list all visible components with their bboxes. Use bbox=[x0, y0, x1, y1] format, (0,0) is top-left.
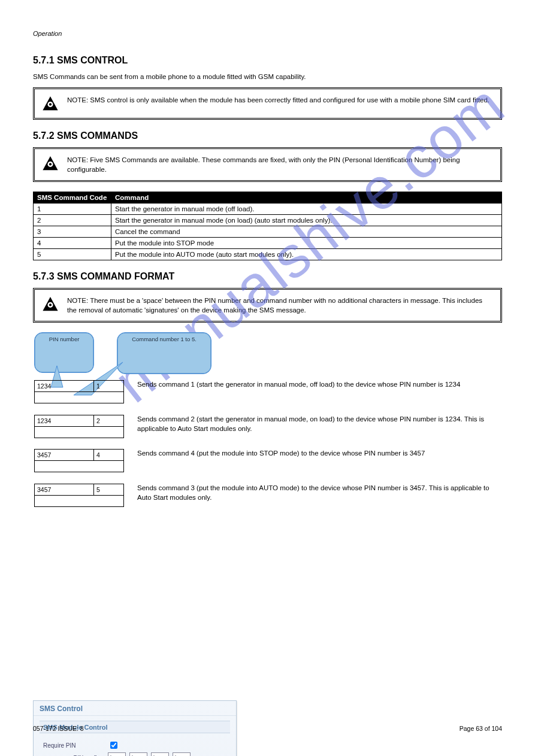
svg-point-8 bbox=[49, 304, 52, 306]
pin-digit-0[interactable]: ▲▼0 bbox=[108, 752, 126, 756]
example-row-1: 12341 bbox=[34, 380, 124, 403]
intro-text: SMS Commands can be sent from a mobile p… bbox=[33, 72, 502, 81]
pin-digit-3[interactable]: ▲▼3 bbox=[173, 752, 191, 756]
example-desc-4: Sends command 3 (put the module into AUT… bbox=[137, 484, 497, 502]
header-left: Operation bbox=[33, 30, 62, 37]
note-box-1: NOTE: SMS control is only available when… bbox=[33, 87, 502, 120]
col-header-command: Command bbox=[111, 192, 502, 204]
table-row: 5Put the module into AUTO mode (auto sta… bbox=[34, 249, 502, 260]
heading-sms-format: 5.7.3 SMS COMMAND FORMAT bbox=[33, 271, 502, 282]
require-pin-label: Require PIN bbox=[43, 742, 103, 749]
example-area: PIN number Command number 1 to 5. 12341 … bbox=[33, 332, 502, 512]
note-box-3: NOTE: There must be a 'space' between th… bbox=[33, 288, 502, 323]
note-box-2: NOTE: Five SMS Commands are available. T… bbox=[33, 147, 502, 182]
example-row-2: 12342 bbox=[34, 415, 124, 438]
table-row: 1Start the generator in manual mode (off… bbox=[34, 204, 502, 215]
warning-icon bbox=[42, 155, 59, 172]
require-pin-checkbox[interactable] bbox=[110, 742, 117, 749]
note-text-1: NOTE: SMS control is only available when… bbox=[67, 95, 489, 105]
example-row-4: 34575 bbox=[34, 484, 124, 507]
example-desc-1: Sends command 1 (start the generator in … bbox=[137, 380, 497, 390]
example-desc-3: Sends command 4 (put the module into STO… bbox=[137, 449, 497, 459]
heading-sms-commands: 5.7.2 SMS COMMANDS bbox=[33, 130, 502, 141]
table-row: 3Cancel the command bbox=[34, 226, 502, 238]
footer-left: 057-172 ISSUE: 8 bbox=[33, 725, 84, 732]
warning-icon bbox=[42, 296, 59, 312]
sms-panel-title: SMS Control bbox=[34, 701, 236, 716]
page-footer: 057-172 ISSUE: 8 Page 63 of 104 bbox=[33, 725, 502, 732]
example-desc-2: Sends command 2 (start the generator in … bbox=[137, 415, 497, 433]
example-row-3: 34574 bbox=[34, 449, 124, 472]
footer-center bbox=[84, 725, 460, 732]
commands-table: SMS Command Code Command 1Start the gene… bbox=[33, 192, 502, 260]
note-text-2: NOTE: Five SMS Commands are available. T… bbox=[67, 155, 493, 174]
note-text-3: NOTE: There must be a 'space' between th… bbox=[67, 296, 493, 315]
heading-sms-control: 5.7.1 SMS CONTROL bbox=[33, 55, 502, 66]
table-row: 2Start the generator in manual mode (on … bbox=[34, 215, 502, 226]
warning-icon bbox=[42, 95, 59, 112]
footer-right: Page 63 of 104 bbox=[460, 725, 502, 732]
table-row: 4Put the module into STOP mode bbox=[34, 238, 502, 249]
svg-point-5 bbox=[49, 163, 52, 165]
pin-digit-2[interactable]: ▲▼2 bbox=[151, 752, 169, 756]
svg-point-2 bbox=[49, 103, 52, 105]
col-header-code: SMS Command Code bbox=[34, 192, 111, 204]
pin-digit-1[interactable]: ▲▼1 bbox=[129, 752, 147, 756]
